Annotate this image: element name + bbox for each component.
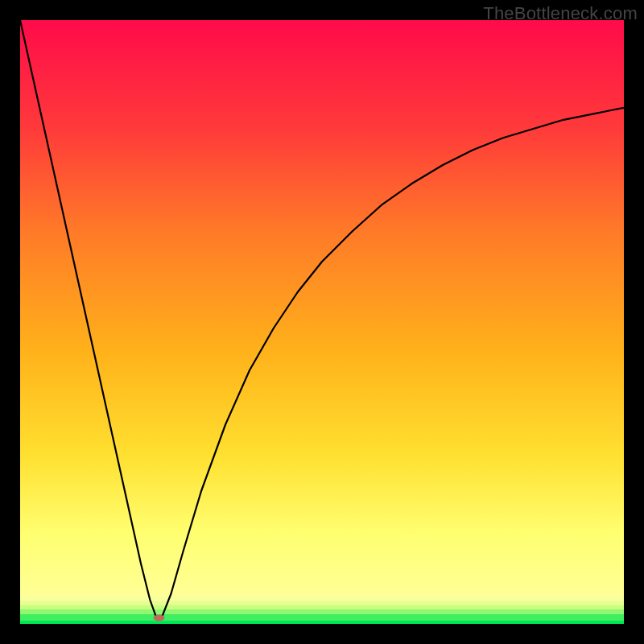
gradient-background: [20, 20, 624, 624]
current-point-marker: [154, 615, 165, 621]
svg-rect-1: [20, 601, 624, 606]
bottom-green-bands: [20, 597, 624, 624]
svg-rect-0: [20, 597, 624, 601]
svg-rect-6: [20, 621, 624, 624]
chart-frame: [20, 20, 624, 624]
svg-rect-2: [20, 605, 624, 610]
chart-svg: [20, 20, 624, 624]
svg-rect-3: [20, 609, 624, 615]
watermark-text: TheBottleneck.com: [483, 3, 638, 24]
